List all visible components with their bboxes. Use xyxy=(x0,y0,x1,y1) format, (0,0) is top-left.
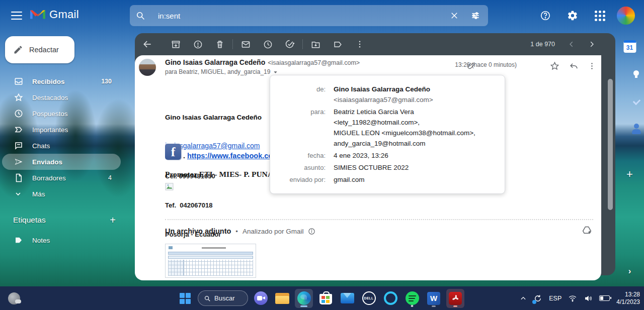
label-icon[interactable] xyxy=(329,36,346,53)
older-email-icon[interactable] xyxy=(588,41,595,48)
gmail-m-icon xyxy=(30,9,45,21)
attachment-thumbnail[interactable] xyxy=(165,244,256,278)
wifi-icon[interactable] xyxy=(568,294,577,303)
details-de-email: <isaiasgalarraga57@gmail.com> xyxy=(334,94,433,105)
delete-trash-icon[interactable] xyxy=(211,36,228,53)
more-options-icon[interactable] xyxy=(351,36,368,53)
dell-app-icon[interactable]: DELL xyxy=(360,289,378,308)
taskbar-search[interactable]: Buscar xyxy=(198,290,248,306)
google-apps-icon[interactable] xyxy=(590,6,610,26)
tray-chevron-up-icon[interactable] xyxy=(520,295,527,302)
clear-search-icon[interactable] xyxy=(444,5,465,26)
sidebar-item-borradores[interactable]: Borradores 4 xyxy=(0,170,129,186)
gmail-wordmark: Gmail xyxy=(49,8,79,21)
details-recipient: <lety_11982@hotmail.com>, xyxy=(334,117,475,128)
clock-icon xyxy=(14,109,23,118)
archive-icon[interactable] xyxy=(167,36,184,53)
recipients-row[interactable]: para Beatriz, MIGUEL, andy_garcia_19 xyxy=(165,68,278,75)
settings-gear-icon[interactable] xyxy=(562,6,583,26)
sender-name: Gino Isaias Galarraga Cedeño xyxy=(165,58,265,66)
draft-file-icon xyxy=(14,173,23,182)
details-enviado-label: enviado por: xyxy=(277,174,326,185)
sidebar-item-chats[interactable]: Chats xyxy=(0,138,129,154)
show-details-icon[interactable] xyxy=(273,69,278,75)
sidebar-item-enviados[interactable]: Enviados xyxy=(0,154,129,170)
pencil-icon xyxy=(13,45,23,55)
back-arrow-icon[interactable] xyxy=(139,36,156,53)
file-explorer-icon[interactable] xyxy=(273,289,291,308)
star-outline-icon[interactable] xyxy=(549,60,560,71)
sidebar-item-notes[interactable]: Notes xyxy=(0,232,129,248)
onedrive-sync-icon[interactable] xyxy=(533,294,542,303)
volume-icon[interactable] xyxy=(584,294,593,303)
drafts-count: 4 xyxy=(108,174,112,181)
details-fecha-label: fecha: xyxy=(277,150,326,161)
teams-chat-icon[interactable] xyxy=(252,289,270,308)
attachment-section-title: Un archivo adjunto xyxy=(165,227,231,235)
mail-app-icon[interactable] xyxy=(338,289,356,308)
labels-section-title: Etiquetas xyxy=(13,216,110,225)
start-button[interactable] xyxy=(176,289,194,308)
info-icon[interactable] xyxy=(308,228,315,235)
spotify-icon[interactable] xyxy=(403,289,421,308)
help-icon[interactable] xyxy=(535,6,555,26)
taskbar-clock[interactable]: 13:28 4/1/2023 xyxy=(616,291,640,306)
mark-unread-icon[interactable] xyxy=(237,36,254,53)
profile-avatar[interactable] xyxy=(617,7,635,25)
sender-email: <isaiasgalarraga57@gmail.com> xyxy=(268,59,360,66)
compose-label: Redactar xyxy=(29,46,59,54)
sender-avatar[interactable] xyxy=(139,59,156,76)
facebook-link[interactable]: https://www.facebook.com/ xyxy=(187,152,281,160)
add-to-tasks-icon[interactable] xyxy=(281,36,298,53)
chevron-down-icon xyxy=(14,190,23,198)
compose-button[interactable]: Redactar xyxy=(5,36,74,63)
edge-browser-icon[interactable] xyxy=(295,289,313,308)
snooze-icon[interactable] xyxy=(259,36,276,53)
sidebar-item-pospuestos[interactable]: Pospuestos xyxy=(0,106,129,122)
weather-widget-icon[interactable] xyxy=(8,292,20,304)
report-spam-icon[interactable] xyxy=(189,36,206,53)
sidebar-item-mas[interactable]: Más xyxy=(0,186,129,202)
sidebar-item-recibidos[interactable]: Recibidos 130 xyxy=(0,73,129,89)
message-details-popup: de: Gino Isaias Galarraga Cedeño <isaias… xyxy=(270,75,505,194)
hide-side-panel-icon[interactable]: › xyxy=(628,266,631,276)
create-label-icon[interactable]: + xyxy=(110,215,116,226)
acrobat-icon[interactable] xyxy=(446,289,464,308)
facebook-icon: f xyxy=(165,144,181,160)
search-input[interactable]: in:sent xyxy=(158,12,444,20)
move-to-icon[interactable] xyxy=(307,36,324,53)
gmail-logo[interactable]: Gmail xyxy=(30,8,79,21)
newer-email-icon[interactable] xyxy=(568,41,575,48)
inbox-icon xyxy=(14,77,23,86)
search-icon[interactable] xyxy=(130,5,151,26)
windows-taskbar: Buscar DELL W xyxy=(0,286,644,310)
battery-icon[interactable] xyxy=(599,295,610,301)
vertical-scrollbar[interactable] xyxy=(608,79,613,210)
signature-name: Gino Isaias Galarraga Cedeño xyxy=(165,114,262,121)
sidebar-item-destacados[interactable]: Destacados xyxy=(0,89,129,106)
microsoft-store-icon[interactable] xyxy=(316,289,335,308)
details-enviado: gmail.com xyxy=(334,174,365,185)
word-icon[interactable]: W xyxy=(425,289,443,308)
details-asunto-label: asunto: xyxy=(277,162,326,173)
reply-icon[interactable] xyxy=(568,60,579,71)
calendar-icon[interactable]: 31 xyxy=(623,40,636,53)
gmail-sidebar: Redactar Recibidos 130 Destacados Pos xyxy=(0,31,129,286)
sidebar-item-importantes[interactable]: Importantes xyxy=(0,122,129,138)
search-bar[interactable]: in:sent xyxy=(130,5,488,26)
hamburger-menu-icon[interactable] xyxy=(11,12,22,20)
side-panel-rail: 31 + › xyxy=(615,31,644,286)
gmail-header: Gmail in:sent xyxy=(0,0,644,31)
email-timestamp: 13:26 (hace 0 minutos) xyxy=(455,61,517,68)
language-indicator[interactable]: ESP xyxy=(549,295,561,302)
alexa-app-icon[interactable] xyxy=(381,289,399,308)
add-all-to-drive-icon[interactable] xyxy=(582,225,592,236)
send-icon xyxy=(14,157,23,166)
email-toolbar: 1 de 970 xyxy=(135,33,615,55)
details-recipient: Beatriz Leticia Garcia Vera xyxy=(334,107,475,117)
message-more-icon[interactable] xyxy=(586,60,597,71)
get-addons-icon[interactable]: + xyxy=(626,168,633,181)
details-recipient: MIGUEL LEON <miguelcom38@hotmail.com>, xyxy=(334,128,475,138)
search-options-icon[interactable] xyxy=(465,5,486,26)
details-recipient: andy_garcia_19@hotmail.com xyxy=(334,138,475,149)
